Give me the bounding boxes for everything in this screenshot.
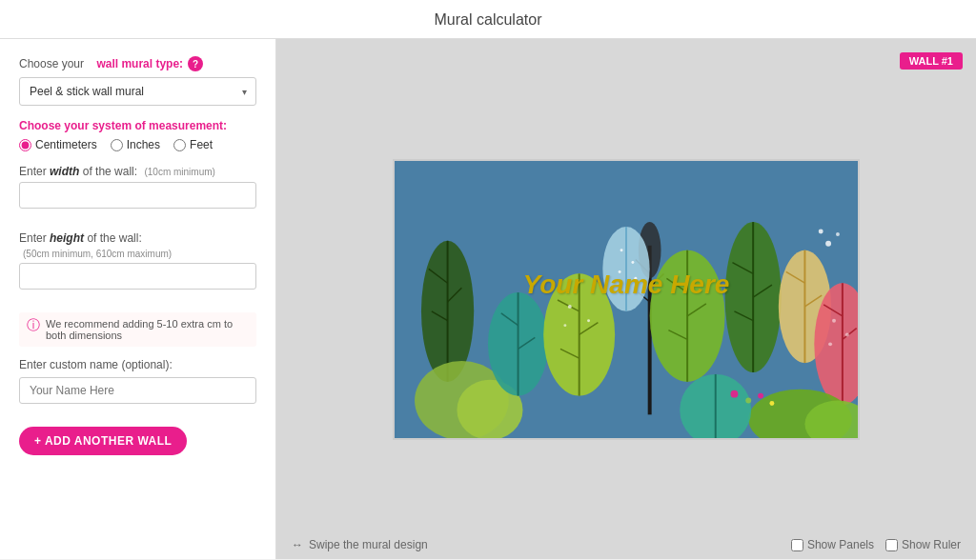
- svg-point-51: [828, 342, 832, 346]
- show-panels-option[interactable]: Show Panels: [791, 538, 874, 551]
- bottom-bar: ↔ Swipe the mural design Show Panels Sho…: [276, 530, 976, 559]
- height-input[interactable]: [19, 263, 256, 290]
- centimeters-radio[interactable]: [19, 139, 31, 151]
- svg-point-61: [836, 231, 840, 235]
- width-section: Enter width of the wall: (10cm minimum): [19, 165, 256, 218]
- measurement-label: Choose your system of measurement:: [19, 119, 256, 132]
- swap-icon: ↔: [292, 538, 303, 551]
- svg-point-18: [587, 319, 590, 322]
- wall-type-select[interactable]: Peel & stick wall mural Standard wall mu…: [19, 77, 256, 106]
- height-label: Enter height of the wall:: [19, 231, 256, 245]
- height-hint: (50cm minimum, 610cm maximum): [23, 249, 256, 259]
- wall-type-help-icon[interactable]: ?: [188, 56, 203, 71]
- swipe-hint: ↔ Swipe the mural design: [292, 538, 428, 551]
- measurement-radio-group: Centimeters Inches Feet: [19, 138, 256, 151]
- svg-point-59: [769, 401, 774, 406]
- wall-type-label: Choose your wall mural type: ?: [19, 56, 256, 71]
- custom-name-label: Enter custom name (optional):: [19, 358, 256, 371]
- svg-point-62: [819, 229, 824, 233]
- width-input[interactable]: [19, 182, 256, 209]
- measurement-section: Choose your system of measurement: Centi…: [19, 119, 256, 151]
- svg-point-27: [620, 249, 623, 251]
- svg-point-57: [745, 397, 751, 403]
- inches-option[interactable]: Inches: [111, 138, 160, 151]
- centimeters-option[interactable]: Centimeters: [19, 138, 97, 151]
- page-title: Mural calculator: [0, 0, 976, 39]
- svg-point-19: [563, 324, 566, 327]
- feet-option[interactable]: Feet: [173, 138, 213, 151]
- warning-icon: ⓘ: [27, 318, 40, 331]
- show-panels-checkbox[interactable]: [791, 539, 803, 551]
- svg-point-49: [832, 318, 836, 322]
- wall-badge: WALL #1: [900, 52, 963, 70]
- warning-text: We recommend adding 5-10 extra cm to bot…: [46, 318, 249, 341]
- svg-point-17: [568, 304, 572, 308]
- feet-radio[interactable]: [173, 139, 186, 151]
- height-section: Enter height of the wall: (50cm minimum,…: [19, 231, 256, 299]
- svg-point-50: [845, 332, 849, 336]
- width-label: Enter width of the wall: (10cm minimum): [19, 165, 256, 178]
- show-ruler-option[interactable]: Show Ruler: [885, 538, 961, 551]
- width-hint: (10cm minimum): [144, 167, 214, 177]
- mural-image-container[interactable]: Your Name Here: [393, 159, 860, 440]
- show-panels-label: Show Panels: [807, 538, 874, 551]
- svg-point-29: [619, 270, 621, 272]
- inches-radio[interactable]: [111, 139, 123, 151]
- sidebar: Choose your wall mural type: ? Peel & st…: [0, 39, 276, 559]
- main-layout: Choose your wall mural type: ? Peel & st…: [0, 39, 976, 559]
- show-ruler-checkbox[interactable]: [885, 539, 898, 551]
- svg-point-58: [758, 392, 763, 398]
- custom-name-input[interactable]: [19, 377, 256, 404]
- custom-name-section: Enter custom name (optional):: [19, 358, 256, 413]
- svg-point-30: [634, 276, 637, 279]
- preview-area: WALL #1: [276, 39, 976, 559]
- svg-point-28: [631, 261, 634, 264]
- add-wall-button[interactable]: + ADD ANOTHER WALL: [19, 427, 187, 455]
- mural-svg: [395, 161, 858, 438]
- warning-box: ⓘ We recommend adding 5-10 extra cm to b…: [19, 312, 256, 347]
- show-ruler-label: Show Ruler: [902, 538, 961, 551]
- show-options: Show Panels Show Ruler: [791, 538, 961, 551]
- svg-point-56: [730, 390, 738, 397]
- svg-point-60: [825, 240, 831, 246]
- wall-type-select-wrapper: Peel & stick wall mural Standard wall mu…: [19, 77, 256, 106]
- wall-type-section: Choose your wall mural type: ? Peel & st…: [19, 56, 256, 106]
